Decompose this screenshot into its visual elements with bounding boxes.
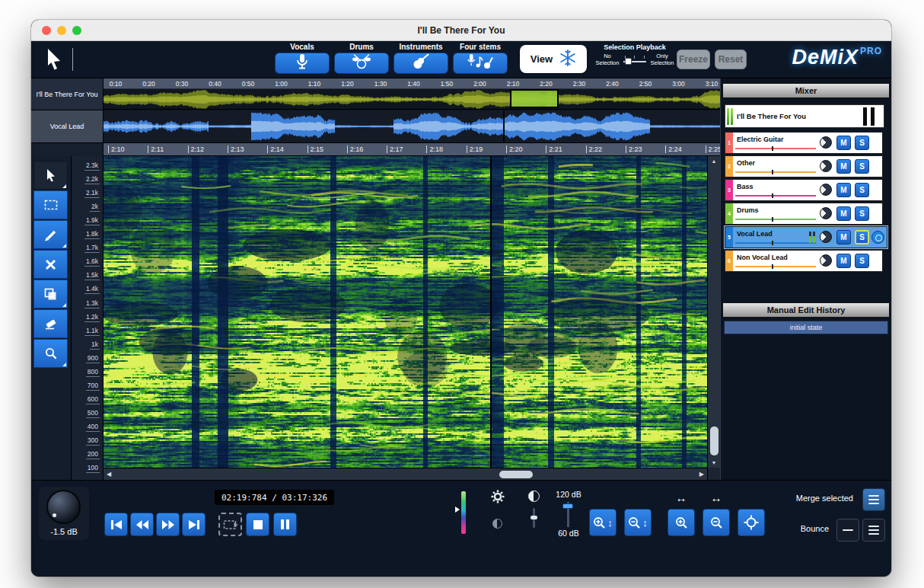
pan-knob[interactable] [820,160,832,172]
freeze-button[interactable]: Freeze [677,50,710,69]
reset-button[interactable]: Reset [715,50,747,69]
track-volume-slider[interactable] [735,195,816,197]
volume-slider-handle[interactable] [772,170,773,174]
zoom-window-button[interactable] [72,26,81,35]
mute-button[interactable]: M [836,136,851,150]
volume-slider-handle[interactable] [772,146,773,151]
scroll-right-icon[interactable]: ▶ [699,471,704,478]
time-tick: 0:40 [209,80,221,88]
mute-button[interactable]: M [836,159,851,174]
close-window-button[interactable] [42,26,51,35]
track-volume-slider[interactable] [735,219,816,220]
view-region-indicator[interactable] [510,89,559,108]
solo-button[interactable]: S [855,254,869,268]
instruments-separation-button[interactable]: Instruments [393,43,448,74]
contrast-slider[interactable] [533,508,535,528]
pan-knob[interactable] [820,231,832,243]
solo-button[interactable]: S [855,230,869,244]
time-tick: 0:20 [142,80,155,88]
slider-thumb[interactable] [625,58,632,65]
mixer-track-non-vocal-lead[interactable]: 6Non Vocal LeadMS [725,250,883,272]
volume-slider-handle[interactable] [772,264,773,269]
fast-forward-button[interactable] [156,513,180,536]
scroll-down-icon[interactable]: ▼ [708,460,720,465]
mute-button[interactable]: M [836,254,851,268]
db-range-max: 120 dB [546,490,591,499]
delete-tool-button[interactable] [33,250,68,279]
mute-button[interactable]: M [836,230,851,244]
minimize-window-button[interactable] [57,26,66,35]
vertical-scrollbar[interactable]: ▲ ▼ [708,156,720,468]
settings-gear-icon[interactable] [491,490,505,507]
volume-slider-handle[interactable] [772,217,773,222]
track-name: Drums [737,206,759,214]
volume-slider-handle[interactable] [772,193,773,198]
record-select-button[interactable] [871,231,884,244]
zoom-to-selection-button[interactable] [738,509,765,536]
colormap-slider[interactable] [461,491,466,534]
mixer-track-electric-guitar[interactable]: 1Electric GuitarMS [725,132,883,154]
horizontal-scrollbar[interactable]: ◀ ▶ [104,468,707,480]
solo-button[interactable]: S [855,183,869,197]
solo-button[interactable]: S [855,159,869,174]
eraser-tool-button[interactable] [33,309,68,338]
skip-to-end-button[interactable] [182,513,206,536]
master-track[interactable]: I'll Be There For You [725,104,884,128]
pan-knob[interactable] [820,136,832,149]
rewind-button[interactable] [130,513,154,536]
pointer-tool-button[interactable] [33,161,68,190]
pan-knob[interactable] [820,184,832,196]
loop-selection-button[interactable] [218,513,242,536]
merge-menu-button[interactable] [862,488,885,511]
scroll-up-icon[interactable]: ▲ [708,158,720,164]
horizontal-scroll-thumb[interactable] [499,471,533,478]
pause-button[interactable] [273,513,297,536]
marquee-select-tool-button[interactable] [33,190,68,219]
vocals-separation-button[interactable]: Vocals [275,43,330,74]
skip-to-start-button[interactable] [104,513,128,536]
scroll-left-icon[interactable]: ◀ [107,471,111,478]
vertical-scroll-thumb[interactable] [710,427,718,455]
pen-tool-button[interactable] [33,220,68,249]
mixer-track-other[interactable]: 2OtherMS [725,155,883,177]
track-volume-slider[interactable] [735,266,816,267]
contrast-slider-thumb[interactable] [531,516,537,519]
zoom-out-horizontal-button[interactable] [703,509,730,536]
drums-separation-button[interactable]: Drums [334,43,389,74]
contrast-icon[interactable] [528,491,540,502]
zoom-in-horizontal-button[interactable] [668,509,695,536]
track-volume-slider[interactable] [735,148,816,149]
volume-slider-handle[interactable] [772,241,773,245]
pan-knob[interactable] [820,207,832,219]
copy-tool-button[interactable] [33,280,68,308]
colormap-slider-thumb[interactable] [455,507,460,513]
selection-playback-slider[interactable] [623,55,646,66]
stop-button[interactable] [246,513,269,536]
mute-button[interactable]: M [836,183,851,197]
mixer-track-bass[interactable]: 3BassMS [725,179,883,201]
db-range-thumb[interactable] [562,503,573,509]
track-name: Bass [737,183,754,190]
overview-waveform[interactable] [104,89,720,110]
history-item[interactable]: initial state [724,321,888,334]
mute-button[interactable]: M [836,206,851,221]
mixer-track-vocal-lead[interactable]: 5Vocal LeadMS [725,226,887,248]
master-volume-knob[interactable] [46,490,81,524]
time-tick: 2:30 [573,80,586,88]
spectrogram[interactable] [104,156,707,468]
bounce-remove-button[interactable] [836,519,859,542]
zoom-out-vertical-button[interactable]: ↕ [624,509,652,536]
track-volume-slider[interactable] [735,171,816,173]
solo-button[interactable]: S [855,206,869,221]
four-stems-separation-button[interactable]: Four stems [453,43,508,74]
zoom-tool-button[interactable] [33,339,68,368]
solo-button[interactable]: S [855,136,869,150]
brightness-icon[interactable] [492,519,502,529]
track-volume-slider[interactable] [735,242,816,244]
view-freeze-button[interactable]: View [520,45,587,73]
pan-knob[interactable] [820,254,832,267]
bounce-menu-button[interactable] [862,519,885,542]
mixer-track-drums[interactable]: 4DrumsMS [725,203,883,225]
vocal-waveform[interactable] [104,110,720,143]
zoom-in-vertical-button[interactable]: ↕ [589,509,617,536]
